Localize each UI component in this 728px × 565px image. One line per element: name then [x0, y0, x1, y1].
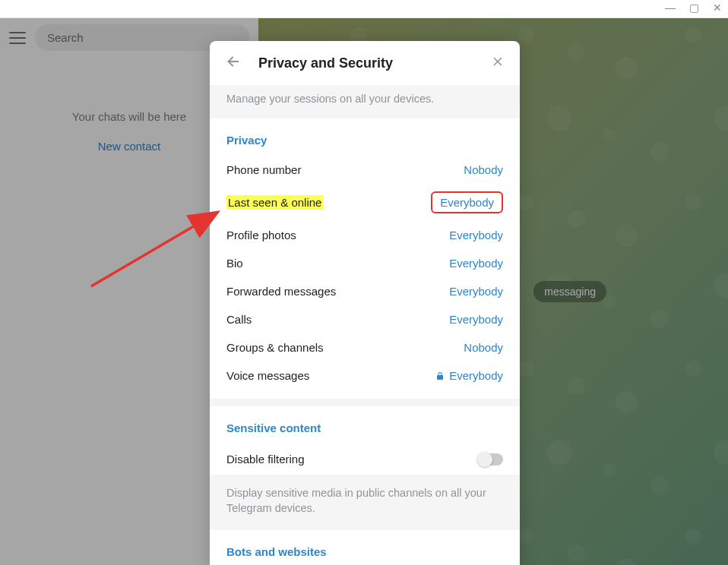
privacy-row-label: Forwarded messages — [226, 285, 336, 298]
privacy-row-last-seen-online[interactable]: Last seen & onlineEverybody — [210, 184, 520, 221]
section-header-privacy: Privacy — [210, 118, 520, 156]
privacy-row-label: Bio — [226, 257, 243, 270]
close-icon[interactable] — [491, 55, 505, 72]
sensitive-description: Display sensitive media in public channe… — [210, 475, 520, 530]
modal-title: Privacy and Security — [258, 55, 474, 71]
minimize-icon[interactable]: — — [665, 2, 676, 14]
section-header-sensitive: Sensitive content — [210, 406, 520, 443]
privacy-row-label: Last seen & online — [226, 195, 323, 210]
privacy-row-value: Everybody — [431, 191, 503, 213]
privacy-row-groups-channels[interactable]: Groups & channelsNobody — [210, 333, 520, 361]
privacy-row-profile-photos[interactable]: Profile photosEverybody — [210, 221, 520, 249]
window-titlebar: — ▢ ✕ — [0, 0, 728, 18]
lock-icon — [435, 371, 445, 380]
disable-filtering-label: Disable filtering — [226, 453, 305, 466]
privacy-row-label: Groups & channels — [226, 341, 324, 354]
disable-filtering-row[interactable]: Disable filtering — [210, 443, 520, 475]
privacy-row-value: Everybody — [449, 285, 503, 298]
back-icon[interactable] — [225, 53, 242, 73]
privacy-row-value: Everybody — [449, 313, 503, 326]
privacy-row-value: Everybody — [449, 257, 503, 270]
close-window-icon[interactable]: ✕ — [713, 2, 722, 14]
disable-filtering-toggle[interactable] — [477, 453, 503, 466]
privacy-row-label: Voice messages — [226, 369, 309, 382]
privacy-row-forwarded-messages[interactable]: Forwarded messagesEverybody — [210, 277, 520, 305]
privacy-row-label: Profile photos — [226, 229, 296, 241]
privacy-row-value: Nobody — [464, 341, 503, 354]
privacy-row-value: Everybody — [435, 369, 503, 382]
section-separator — [210, 399, 520, 406]
privacy-row-label: Calls — [226, 313, 252, 326]
privacy-row-value: Nobody — [464, 163, 503, 176]
maximize-icon[interactable]: ▢ — [689, 2, 699, 14]
privacy-row-label: Phone number — [226, 163, 301, 176]
privacy-row-phone-number[interactable]: Phone numberNobody — [210, 156, 520, 184]
section-header-bots: Bots and websites — [210, 530, 520, 565]
privacy-row-voice-messages[interactable]: Voice messagesEverybody — [210, 361, 520, 390]
settings-modal: Privacy and Security Manage your session… — [210, 41, 520, 565]
privacy-row-calls[interactable]: CallsEverybody — [210, 305, 520, 333]
privacy-row-value: Everybody — [449, 229, 503, 241]
sessions-description: Manage your sessions on all your devices… — [210, 85, 520, 118]
privacy-row-bio[interactable]: BioEverybody — [210, 249, 520, 277]
